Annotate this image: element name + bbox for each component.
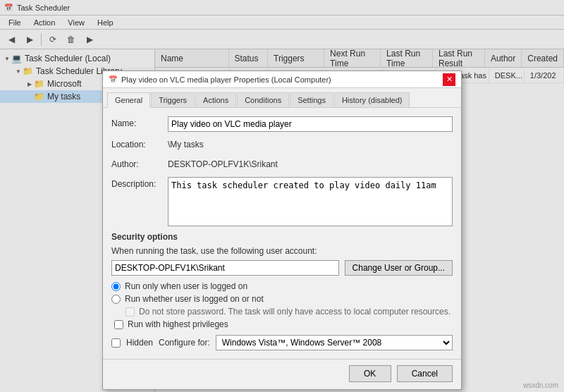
tab-triggers[interactable]: Triggers xyxy=(151,92,195,107)
tab-conditions[interactable]: Conditions xyxy=(237,92,289,107)
radio-row-1: Run only when user is logged on xyxy=(111,281,453,291)
tab-general[interactable]: General xyxy=(107,92,150,108)
form-row-description: Description: xyxy=(111,177,453,226)
security-desc: When running the task, use the following… xyxy=(111,246,453,256)
dialog-tabs: General Triggers Actions Conditions Sett… xyxy=(103,88,461,108)
hidden-label: Hidden xyxy=(126,338,153,348)
security-section: Security options When running the task, … xyxy=(111,232,453,329)
dialog-footer: OK Cancel xyxy=(103,359,461,389)
form-row-name: Name: xyxy=(111,116,453,132)
radio-logged-on[interactable] xyxy=(111,282,121,291)
checkbox-no-password-label: Do not store password. The task will onl… xyxy=(139,307,450,317)
dialog-title-text: Play video on VLC media player Propertie… xyxy=(121,75,331,84)
configure-row: Hidden Configure for: Windows Vista™, Wi… xyxy=(111,335,453,350)
author-label: Author: xyxy=(111,157,168,169)
security-title: Security options xyxy=(111,232,453,242)
description-textarea[interactable] xyxy=(168,177,453,226)
form-row-author: Author: DESKTOP-OPLFV1K\Srikant xyxy=(111,157,453,171)
ok-button[interactable]: OK xyxy=(349,365,391,382)
dialog-title-bar: 📅 Play video on VLC media player Propert… xyxy=(103,71,461,88)
checkbox-highest-privileges[interactable] xyxy=(114,320,123,329)
checkbox-row-password: Do not store password. The task will onl… xyxy=(111,307,453,317)
configure-select[interactable]: Windows Vista™, Windows Server™ 2008Wind… xyxy=(216,335,453,350)
location-label: Location: xyxy=(111,137,168,149)
dialog-close-button[interactable]: ✕ xyxy=(443,73,455,86)
checkbox-no-password xyxy=(125,307,135,317)
radio-whether-logged-on-label: Run whether user is logged on or not xyxy=(125,294,264,304)
tab-actions[interactable]: Actions xyxy=(195,92,236,107)
name-label: Name: xyxy=(111,116,168,128)
user-account-row: Change User or Group... xyxy=(111,260,453,276)
hidden-checkbox[interactable] xyxy=(111,338,121,348)
tab-history[interactable]: History (disabled) xyxy=(334,92,410,107)
form-row-location: Location: \My tasks xyxy=(111,137,453,152)
dialog-content: Name: Location: \My tasks Author: DESKTO… xyxy=(103,108,461,359)
dialog-title: 📅 Play video on VLC media player Propert… xyxy=(109,75,331,84)
cancel-button[interactable]: Cancel xyxy=(397,365,453,382)
description-label: Description: xyxy=(111,177,168,189)
change-user-button[interactable]: Change User or Group... xyxy=(345,260,453,276)
radio-logged-on-label: Run only when user is logged on xyxy=(125,281,247,291)
author-value: DESKTOP-OPLFV1K\Srikant xyxy=(168,157,453,171)
user-account-input[interactable] xyxy=(111,260,339,276)
tab-settings[interactable]: Settings xyxy=(290,92,333,107)
dialog-title-icon: 📅 xyxy=(109,75,117,83)
dialog-overlay: 📅 Play video on VLC media player Propert… xyxy=(0,0,564,392)
checkbox-row-highest: Run with highest privileges xyxy=(111,319,453,329)
radio-row-2: Run whether user is logged on or not xyxy=(111,294,453,304)
name-input[interactable] xyxy=(168,116,453,132)
location-value: \My tasks xyxy=(168,137,453,152)
configure-label: Configure for: xyxy=(159,338,210,348)
properties-dialog: 📅 Play video on VLC media player Propert… xyxy=(102,71,462,390)
radio-whether-logged-on[interactable] xyxy=(111,295,121,304)
checkbox-highest-privileges-label: Run with highest privileges xyxy=(128,319,228,329)
